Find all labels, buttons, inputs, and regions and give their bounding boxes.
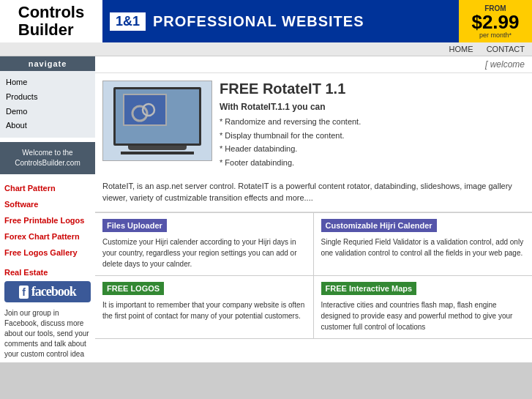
- price-box: FROM $2.99 per month*: [459, 0, 532, 42]
- chart-pattern-link[interactable]: Chart Pattern Software: [4, 180, 91, 212]
- home-link[interactable]: HOME: [449, 45, 473, 53]
- forex-pattern-link[interactable]: Forex Chart Pattern: [4, 228, 91, 245]
- sidebar: navigate Home Products Demo About Welcom…: [0, 56, 95, 362]
- free-gallery-link[interactable]: Free Logos Gallery: [4, 245, 91, 261]
- per-month: per month*: [479, 31, 512, 39]
- product-features: * Randomize and reversing the content. *…: [220, 115, 525, 170]
- welcome-bar: [ welcome: [95, 56, 532, 73]
- product-title: FREE RotateIT 1.1: [220, 81, 525, 97]
- contact-link[interactable]: CONTACT: [487, 45, 525, 53]
- laptop-image: [102, 81, 212, 161]
- feature-1: * Randomize and reversing the content.: [220, 115, 525, 129]
- professional-text: PROFESSIONAL WEBSITES: [153, 13, 364, 30]
- card-title-hijri: Customizable Hijri Calender: [321, 219, 437, 232]
- feature-3: * Header databinding.: [220, 142, 525, 156]
- nav-home[interactable]: Home: [6, 75, 89, 90]
- nav-about[interactable]: About: [6, 119, 89, 133]
- product-section: FREE RotateIT 1.1 With RotateIT.1.1 you …: [95, 73, 532, 177]
- free-logos-link[interactable]: Free Printable Logos: [4, 212, 91, 228]
- card-body-files: Customize your Hijri calender according …: [102, 236, 306, 269]
- nav-header: navigate: [0, 56, 95, 71]
- card-free-logos: FREE LOGOS It is important to remember t…: [95, 276, 314, 339]
- welcome-box: Welcome to the ControlsBuilder.com: [0, 142, 95, 174]
- logo-line1: Controls: [18, 4, 84, 21]
- card-title-files: Files Uploader: [102, 219, 167, 232]
- card-title-maps: FREE Interactive Maps: [321, 282, 417, 295]
- oneandone-box: 1&1: [110, 12, 146, 31]
- sidebar-links: Chart Pattern Software Free Printable Lo…: [0, 174, 95, 266]
- real-estate-label: Real Estate: [0, 266, 95, 278]
- welcome-text: [ welcome: [485, 59, 525, 70]
- price-text: $2.99: [471, 12, 519, 31]
- card-body-maps: Interactive cities and countries flash m…: [321, 299, 525, 332]
- facebook-f-icon: f: [19, 286, 29, 299]
- logo-area: Controls Builder: [0, 0, 102, 42]
- card-body-logos: It is important to remember that your co…: [102, 299, 306, 321]
- content-area: [ welcome: [95, 56, 532, 362]
- card-files-uploader: Files Uploader Customize your Hijri cale…: [95, 213, 314, 276]
- card-hijri-calender: Customizable Hijri Calender Single Requr…: [314, 213, 533, 276]
- product-subtitle: With RotateIT.1.1 you can: [220, 102, 525, 112]
- logo-text: Controls Builder: [18, 4, 84, 39]
- card-title-logos: FREE LOGOS: [102, 282, 164, 295]
- facebook-box[interactable]: f facebook: [4, 281, 91, 302]
- product-info: FREE RotateIT 1.1 With RotateIT.1.1 you …: [220, 81, 525, 170]
- product-description: RotateIT, is an asp.net server control. …: [95, 177, 532, 212]
- cards-grid: Files Uploader Customize your Hijri cale…: [95, 212, 532, 339]
- main-layout: navigate Home Products Demo About Welcom…: [0, 56, 532, 362]
- facebook-logo: facebook: [31, 284, 76, 299]
- feature-2: * Display thumbnail for the content.: [220, 129, 525, 143]
- oneandone-banner: 1&1 PROFESSIONAL WEBSITES: [102, 0, 459, 42]
- card-interactive-maps: FREE Interactive Maps Interactive cities…: [314, 276, 533, 339]
- sidebar-join-text: Join our group in Facebook, discuss more…: [0, 305, 95, 362]
- logo-line2: Builder: [18, 21, 84, 39]
- header-banner: Controls Builder 1&1 PROFESSIONAL WEBSIT…: [0, 0, 532, 42]
- nav-demo[interactable]: Demo: [6, 105, 89, 119]
- top-nav: HOME CONTACT: [0, 42, 532, 56]
- svg-point-1: [143, 104, 154, 116]
- feature-4: * Footer databinding.: [220, 156, 525, 170]
- card-body-hijri: Single Requried Field Validator is a val…: [321, 236, 525, 258]
- nav-links: Home Products Demo About: [0, 71, 95, 138]
- nav-products[interactable]: Products: [6, 90, 89, 105]
